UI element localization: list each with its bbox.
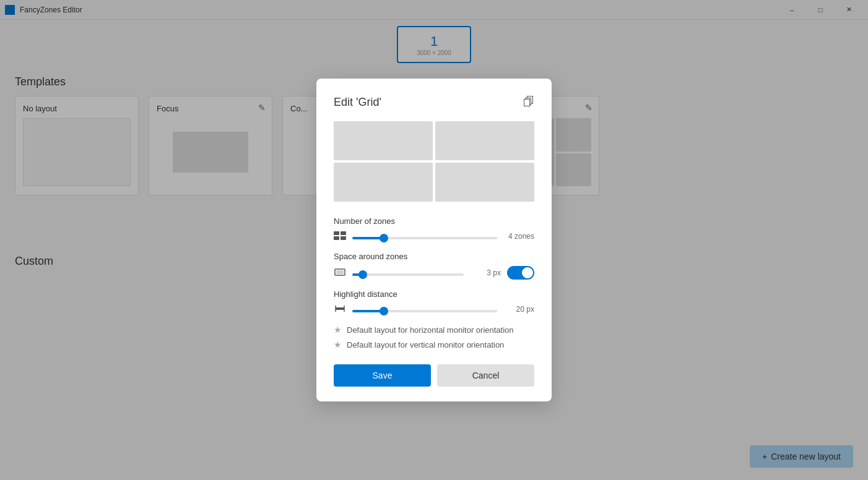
zones-section: Number of zones 4 zones [334,216,534,242]
zones-icon [334,231,346,242]
option-row-vertical: ★ Default layout for vertical monitor or… [334,340,534,349]
space-toggle[interactable] [507,266,534,280]
option-row-horizontal: ★ Default layout for horizontal monitor … [334,325,534,335]
space-icon [334,268,346,278]
copy-icon[interactable]: 🗍 [523,96,534,109]
edit-grid-dialog: Edit 'Grid' 🗍 Number of zones 4 [316,79,552,401]
dialog-title: Edit 'Grid' [334,96,381,109]
space-value: 3 px [470,268,501,277]
highlight-slider-row: 20 px [334,304,534,315]
dialog-preview-cell-4 [435,163,534,202]
svg-rect-5 [336,270,344,274]
toggle-thumb [522,267,533,278]
options-section: ★ Default layout for horizontal monitor … [334,325,534,349]
cancel-button[interactable]: Cancel [437,364,534,387]
save-button[interactable]: Save [334,364,431,387]
option-label-horizontal: Default layout for horizontal monitor or… [347,325,514,335]
dialog-header: Edit 'Grid' 🗍 [334,96,534,109]
space-slider-wrapper[interactable] [352,267,464,278]
zones-range-input[interactable] [352,237,497,239]
highlight-slider-wrapper[interactable] [352,304,497,315]
svg-rect-6 [336,307,344,310]
zones-label: Number of zones [334,216,534,226]
dialog-preview-cell-3 [334,163,433,202]
svg-rect-0 [334,231,339,235]
space-section: Space around zones 3 px [334,252,534,280]
star-icon-horizontal: ★ [334,325,342,335]
highlight-value: 20 px [503,305,534,314]
zones-slider-wrapper[interactable] [352,231,497,242]
dialog-preview-cell-2 [435,121,534,160]
zones-value: 4 zones [503,232,534,241]
space-slider-row: 3 px [334,266,534,280]
svg-rect-1 [341,231,346,235]
dialog-buttons: Save Cancel [334,364,534,387]
space-label: Space around zones [334,252,534,261]
space-range-input[interactable] [352,273,464,276]
svg-rect-3 [341,236,346,240]
dialog-grid-preview [334,121,534,202]
zones-slider-row: 4 zones [334,231,534,242]
star-icon-vertical: ★ [334,340,342,349]
option-label-vertical: Default layout for vertical monitor orie… [347,340,504,349]
highlight-section: Highlight distance 20 px [334,289,534,315]
svg-rect-2 [334,236,339,240]
dialog-preview-cell-1 [334,121,433,160]
highlight-label: Highlight distance [334,289,534,299]
highlight-range-input[interactable] [352,310,497,312]
highlight-icon [334,304,346,315]
